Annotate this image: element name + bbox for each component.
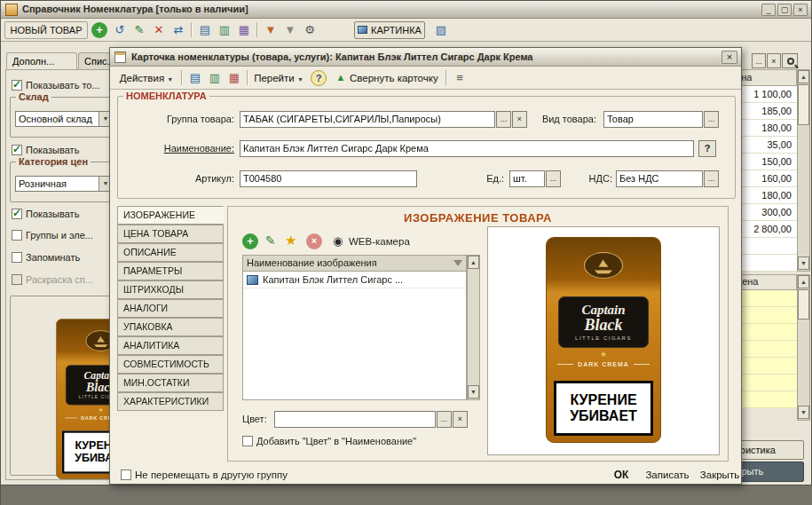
settings-icon[interactable]: ⚙ [301,21,319,39]
unit-input[interactable]: шт. [509,170,545,187]
name-label[interactable]: Наименование: [128,143,234,154]
remember-checkbox[interactable] [12,252,22,263]
picture-button[interactable]: КАРТИНКА [354,21,425,39]
move-icon[interactable]: ⇄ [169,21,187,39]
table-scrollbar[interactable] [467,255,480,400]
tab-description[interactable]: ОПИСАНИЕ [117,243,224,262]
collapse-card-button[interactable]: Свернуть карточку [350,70,438,87]
scroll-down-icon[interactable]: ▼ [798,256,809,270]
image-delete-icon[interactable]: × [306,233,322,249]
window-icon[interactable]: ▥ [206,69,224,87]
print-icon[interactable]: ▦ [235,21,253,39]
image-table-row[interactable]: Капитан Блэк Литтел Сигарс ... [243,272,466,288]
search-icon [787,58,794,65]
webcam-icon[interactable]: ◉ [333,234,343,248]
tab-image[interactable]: ИЗОБРАЖЕНИЕ [117,206,224,225]
tab-additional[interactable]: Дополн... [6,52,77,70]
clear-button[interactable]: × [767,53,781,68]
status-bar [1,485,812,505]
show-checkbox-2[interactable] [12,209,22,219]
tab-min-stock[interactable]: МИН.ОСТАТКИ [117,374,224,392]
warehouse-value: Основной склад [19,114,92,124]
coloring-label: Раскраска сп... [26,274,119,285]
image-star-icon[interactable]: ★ [285,233,296,249]
table-filter-icon[interactable] [453,260,462,266]
group-input[interactable]: ТАБАК (СИГАРЕТЫ,СИГАРИЛЫ,Папиросы) [240,111,495,128]
table-scroll-down-icon[interactable]: ▼ [468,385,479,398]
scroll-up-icon[interactable]: ▲ [798,70,809,83]
window2-icon[interactable]: ▦ [225,69,243,87]
tab-analogs[interactable]: АНАЛОГИ [117,299,224,318]
maximize-button[interactable]: ▢ [777,4,792,16]
unit-select-button[interactable]: ... [546,170,561,187]
save-button[interactable]: Записать [641,467,694,485]
vat-select-button[interactable]: ... [704,170,719,187]
dialog-close-button[interactable]: × [721,51,737,64]
tab-parameters[interactable]: ПАРАМЕТРЫ [117,262,224,280]
main-window-title: Справочник Номенклатура [только в наличи… [22,4,248,14]
actions-label: Действия [120,73,164,83]
filter-settings-icon[interactable]: ▼ [281,21,299,39]
no-move-checkbox[interactable] [121,469,131,480]
groups-checkbox[interactable] [12,230,22,241]
coloring-checkbox [12,274,22,285]
image-add-icon[interactable]: + [242,233,258,249]
add-icon[interactable]: + [91,22,107,38]
color-clear-button[interactable]: × [453,411,468,428]
filter-icon[interactable]: ▼ [262,21,280,39]
goto-button[interactable]: Перейти ▼ [252,70,305,87]
tab-price[interactable]: ЦЕНА ТОВАРА [117,225,224,243]
minimize-button[interactable]: _ [761,4,776,16]
price-category-combo[interactable]: Розничная ▼ [15,176,113,192]
tab-compatibility[interactable]: СОВМЕСТИМОСТЬ [117,355,224,374]
help-icon[interactable]: ? [311,70,327,86]
ok-button[interactable]: ОК [605,467,637,485]
dialog-close-footer-button[interactable]: Закрыть [698,467,742,485]
close-button[interactable]: × [793,4,808,16]
tab-barcodes[interactable]: ШТРИХКОДЫ [117,280,224,299]
report-icon[interactable]: ▧ [432,21,450,39]
copy-icon[interactable]: ▤ [196,21,214,39]
structure-icon[interactable]: ≡ [451,69,469,87]
search-button[interactable] [782,53,798,68]
image-edit-icon[interactable]: ✎ [265,233,276,248]
color-input[interactable] [274,411,436,428]
delete-icon[interactable]: ✕ [150,21,168,39]
add-color-checkbox[interactable] [242,436,253,446]
article-input[interactable]: Т004580 [240,170,417,187]
image-tab-panel: ИЗОБРАЖЕНИЕ ТОВАРА + ✎ ★ × ◉ WEB-камера … [227,206,729,462]
vat-input[interactable]: Без НДС [616,170,703,187]
save-icon[interactable]: ▤ [186,69,204,87]
actions-button[interactable]: Действия ▼ [117,70,176,87]
tab-packaging[interactable]: УПАКОВКА [117,318,224,336]
journal-icon[interactable]: ▥ [216,21,233,39]
show-label-1: Показывать [26,145,119,155]
show-only-checkbox[interactable] [12,80,22,91]
tab-characteristics[interactable]: ХАРАКТЕРИСТИКИ [117,392,224,411]
group-select-button[interactable]: ... [496,111,511,128]
scroll2-down-icon[interactable]: ▼ [798,406,809,419]
image-preview-box: Captain Black LITTLE CIGARS ★ DARK CREMA… [487,226,720,455]
scroll2-up-icon[interactable]: ▲ [798,275,809,288]
webcam-label[interactable]: WEB-камера [349,236,410,247]
tab-analytics[interactable]: АНАЛИТИКА [117,336,224,355]
scroll-thumb[interactable] [798,84,809,125]
field-ellipsis-button[interactable]: ... [752,53,766,68]
image-table-header[interactable]: Наименование изображения [242,255,467,272]
refresh-icon[interactable]: ↺ [111,21,129,39]
show-checkbox-1[interactable] [12,145,22,155]
edit-icon[interactable]: ✎ [130,21,148,39]
table-scroll-up-icon[interactable]: ▲ [468,256,479,269]
warehouse-combo[interactable]: Основной склад ▼ [15,111,113,127]
name-input[interactable]: Капитан Блэк Литтел Сигарс Дарк Крема [240,140,694,157]
kind-select-button[interactable]: ... [704,111,719,128]
kind-input[interactable]: Товар [603,111,703,128]
group-label: Группа товара: [128,114,234,124]
collapse-icon[interactable]: ▲ [332,69,350,87]
scroll2-thumb[interactable] [798,289,809,320]
picture-icon [358,26,367,34]
new-item-button[interactable]: НОВЫЙ ТОВАР [4,21,88,39]
name-help-button[interactable]: ? [698,140,716,157]
color-select-button[interactable]: ... [437,411,452,428]
vat-label: НДС: [573,173,612,184]
